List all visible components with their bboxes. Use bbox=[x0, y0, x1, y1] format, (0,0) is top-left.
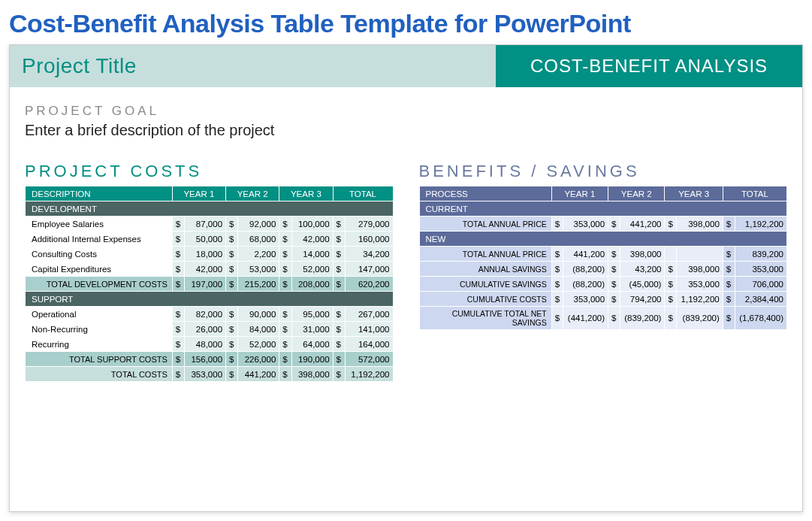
section-header: SUPPORT bbox=[26, 292, 394, 307]
table-row: Non-Recurring$26,000$84,000$31,000$141,0… bbox=[26, 322, 394, 337]
ben-h-y2: YEAR 2 bbox=[608, 186, 665, 201]
ben-h-tot: TOTAL bbox=[723, 186, 786, 201]
benefits-header-row: PROCESS YEAR 1 YEAR 2 YEAR 3 TOTAL bbox=[419, 186, 787, 201]
goal-text: Enter a brief description of the project bbox=[25, 119, 787, 139]
project-title: Project Title bbox=[10, 45, 496, 87]
table-row: Recurring$48,000$52,000$64,000$164,000 bbox=[26, 337, 394, 352]
table-row: Consulting Costs$18,000$2,200$14,000$34,… bbox=[26, 247, 394, 262]
banner: Project Title COST-BENEFIT ANALYSIS bbox=[10, 45, 802, 87]
page-title: Cost-Benefit Analysis Table Template for… bbox=[0, 0, 812, 44]
ben-h-process: PROCESS bbox=[419, 186, 551, 201]
table-row: Capital Expenditures$42,000$53,000$52,00… bbox=[26, 262, 394, 277]
subtotal-row: TOTAL SUPPORT COSTS$156,000$226,000$190,… bbox=[26, 352, 394, 367]
ben-h-y3: YEAR 3 bbox=[665, 186, 723, 201]
analysis-badge: COST-BENEFIT ANALYSIS bbox=[496, 45, 802, 87]
costs-h-y2: YEAR 2 bbox=[226, 186, 279, 201]
table-row: TOTAL ANNUAL PRICE$353,000$441,200$398,0… bbox=[419, 217, 787, 232]
table-row: Operational$82,000$90,000$95,000$267,000 bbox=[26, 307, 394, 322]
benefits-table: PROCESS YEAR 1 YEAR 2 YEAR 3 TOTAL CURRE… bbox=[419, 186, 788, 330]
slide: Project Title COST-BENEFIT ANALYSIS PROJ… bbox=[9, 44, 803, 512]
section-header: NEW bbox=[419, 232, 787, 247]
tables-row: PROJECT COSTS DESCRIPTION YEAR 1 YEAR 2 … bbox=[10, 145, 802, 382]
costs-h-tot: TOTAL bbox=[333, 186, 393, 201]
table-row: Additional Internal Expenses$50,000$68,0… bbox=[26, 232, 394, 247]
costs-title: PROJECT COSTS bbox=[25, 162, 394, 186]
section-header: CURRENT bbox=[419, 201, 787, 217]
goal-block: PROJECT GOAL Enter a brief description o… bbox=[10, 87, 802, 145]
table-row: CUMULATIVE SAVINGS$(88,200)$(45,000)$353… bbox=[419, 277, 787, 292]
costs-header-row: DESCRIPTION YEAR 1 YEAR 2 YEAR 3 TOTAL bbox=[26, 186, 394, 201]
costs-h-y3: YEAR 3 bbox=[279, 186, 333, 201]
grandtotal-row: TOTAL COSTS$353,000$441,200$398,000$1,19… bbox=[26, 367, 394, 382]
table-row: ANNUAL SAVINGS$(88,200)$43,200$398,000$3… bbox=[419, 262, 787, 277]
table-row: TOTAL ANNUAL PRICE$441,200$398,000$839,2… bbox=[419, 247, 787, 262]
ben-h-y1: YEAR 1 bbox=[551, 186, 608, 201]
goal-label: PROJECT GOAL bbox=[25, 104, 787, 119]
costs-column: PROJECT COSTS DESCRIPTION YEAR 1 YEAR 2 … bbox=[25, 162, 394, 382]
costs-h-y1: YEAR 1 bbox=[172, 186, 225, 201]
table-row: Employee Salaries$87,000$92,000$100,000$… bbox=[26, 217, 394, 232]
table-row: CUMULATIVE TOTAL NET SAVINGS$(441,200)$(… bbox=[419, 307, 787, 330]
table-row: CUMULATIVE COSTS$353,000$794,200$1,192,2… bbox=[419, 292, 787, 307]
section-header: DEVELOPMENT bbox=[26, 201, 394, 217]
costs-table: DESCRIPTION YEAR 1 YEAR 2 YEAR 3 TOTAL D… bbox=[25, 186, 394, 382]
benefits-title: BENEFITS / SAVINGS bbox=[419, 162, 788, 186]
subtotal-row: TOTAL DEVELOPMENT COSTS$197,000$215,200$… bbox=[26, 277, 394, 292]
benefits-column: BENEFITS / SAVINGS PROCESS YEAR 1 YEAR 2… bbox=[419, 162, 788, 382]
costs-h-desc: DESCRIPTION bbox=[26, 186, 173, 201]
